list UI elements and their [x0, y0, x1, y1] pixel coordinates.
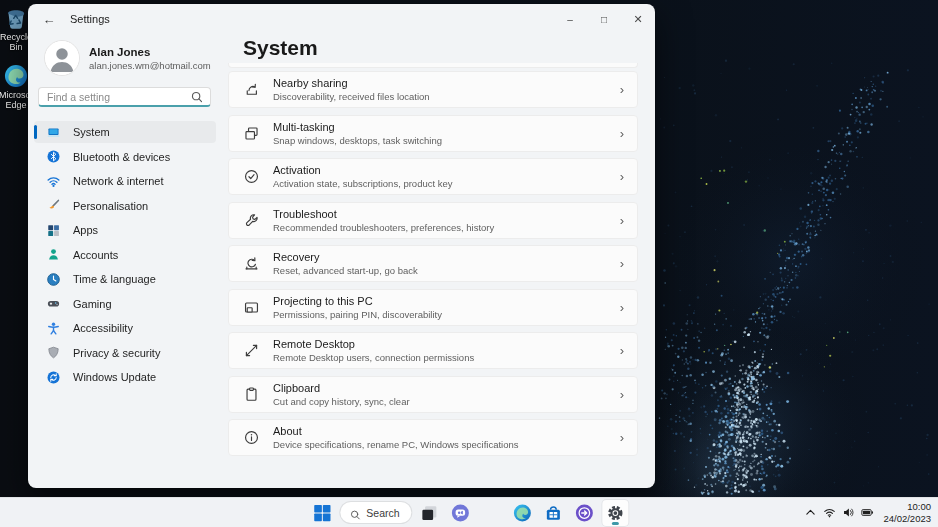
settings-card-remote-desktop[interactable]: Remote DesktopRemote Desktop users, conn… [228, 332, 638, 369]
card-description: Permissions, pairing PIN, discoverabilit… [273, 309, 442, 320]
arrow-circle-icon [575, 503, 595, 523]
back-button[interactable]: ← [34, 8, 64, 30]
taskbar-search-label: Search [366, 507, 399, 519]
open-app-indicator [612, 522, 619, 525]
card-description: Cut and copy history, sync, clear [273, 396, 410, 407]
settings-window: ← Settings – □ ✕ Alan Jones alan.jones.w… [28, 4, 655, 488]
titlebar: ← Settings – □ ✕ [28, 4, 655, 34]
nearby-sharing-icon [243, 81, 260, 98]
settings-card-list: Nearby sharingDiscoverability, received … [228, 71, 638, 456]
sidebar-item-personalisation[interactable]: Personalisation [34, 195, 216, 217]
volume-icon[interactable] [841, 505, 856, 520]
settings-card-clipboard[interactable]: ClipboardCut and copy history, sync, cle… [228, 376, 638, 413]
sidebar-item-accessibility[interactable]: Accessibility [34, 317, 216, 339]
settings-card-multi-tasking[interactable]: Multi-taskingSnap windows, desktops, tas… [228, 115, 638, 152]
store-icon [544, 503, 564, 523]
sidebar-item-label: Network & internet [73, 175, 163, 187]
apps-icon [46, 223, 61, 238]
sidebar-item-label: Accounts [73, 249, 118, 261]
taskbar: Search 10:00 24/02/2023 [0, 497, 938, 527]
profile[interactable]: Alan Jones alan.jones.wm@hotmail.com [44, 40, 211, 76]
sidebar: Alan Jones alan.jones.wm@hotmail.com Sys… [28, 34, 228, 488]
sidebar-item-label: System [73, 126, 110, 138]
search-input[interactable] [39, 91, 190, 103]
chevron-right-icon: › [620, 83, 624, 96]
sidebar-item-apps[interactable]: Apps [34, 219, 216, 241]
network-icon [46, 174, 61, 189]
sidebar-item-label: Privacy & security [73, 347, 160, 359]
chevron-right-icon: › [620, 170, 624, 183]
profile-name: Alan Jones [89, 46, 211, 58]
taskbar-edge-button[interactable] [510, 500, 536, 526]
page-title: System [243, 36, 318, 60]
taskbar-store-button[interactable] [541, 500, 567, 526]
sidebar-item-network-internet[interactable]: Network & internet [34, 170, 216, 192]
settings-card-projecting-to-this-pc[interactable]: Projecting to this PCPermissions, pairin… [228, 289, 638, 326]
search-box [38, 87, 211, 107]
settings-card-recovery[interactable]: RecoveryReset, advanced start-up, go bac… [228, 245, 638, 282]
file-explorer-icon [482, 503, 502, 523]
card-title: Troubleshoot [273, 208, 494, 220]
activation-icon [243, 168, 260, 185]
taskbar-settings-gear-button[interactable] [603, 500, 629, 526]
task-view-icon [420, 503, 440, 523]
sidebar-item-bluetooth-devices[interactable]: Bluetooth & devices [34, 146, 216, 168]
sidebar-item-gaming[interactable]: Gaming [34, 293, 216, 315]
start-button[interactable] [309, 500, 335, 526]
taskbar-file-explorer-button[interactable] [479, 500, 505, 526]
chevron-right-icon: › [620, 431, 624, 444]
multi-tasking-icon [243, 125, 260, 142]
sidebar-item-label: Gaming [73, 298, 112, 310]
sidebar-item-privacy-security[interactable]: Privacy & security [34, 342, 216, 364]
sidebar-item-label: Time & language [73, 273, 156, 285]
taskbar-chat-button[interactable] [448, 500, 474, 526]
scrolled-card-partial [228, 63, 638, 68]
sidebar-item-time-language[interactable]: Time & language [34, 268, 216, 290]
chevron-up-icon[interactable] [803, 505, 818, 520]
minimize-button[interactable]: – [553, 4, 587, 34]
sidebar-item-system[interactable]: System [34, 121, 216, 143]
card-description: Remote Desktop users, connection permiss… [273, 352, 474, 363]
settings-card-troubleshoot[interactable]: TroubleshootRecommended troubleshooters,… [228, 202, 638, 239]
bluetooth-icon [46, 149, 61, 164]
chevron-right-icon: › [620, 301, 624, 314]
search-icon [190, 90, 204, 104]
chat-icon [451, 503, 471, 523]
settings-card-nearby-sharing[interactable]: Nearby sharingDiscoverability, received … [228, 71, 638, 108]
sidebar-item-label: Windows Update [73, 371, 156, 383]
card-title: Multi-tasking [273, 121, 442, 133]
sidebar-item-accounts[interactable]: Accounts [34, 244, 216, 266]
window-controls: – □ ✕ [553, 4, 655, 34]
card-description: Discoverability, received files location [273, 91, 430, 102]
settings-gear-icon [606, 503, 626, 523]
accounts-icon [46, 247, 61, 262]
sidebar-item-label: Accessibility [73, 322, 133, 334]
edge-icon [3, 63, 29, 89]
close-button[interactable]: ✕ [621, 4, 655, 34]
sidebar-item-windows-update[interactable]: Windows Update [34, 366, 216, 388]
time-language-icon [46, 272, 61, 287]
search-icon [349, 507, 361, 519]
card-description: Snap windows, desktops, task switching [273, 135, 442, 146]
chevron-right-icon: › [620, 344, 624, 357]
desktop: Recycle Bin Microsoft Edge ← Settings – … [0, 0, 938, 527]
taskbar-task-view-button[interactable] [417, 500, 443, 526]
sidebar-item-label: Bluetooth & devices [73, 151, 170, 163]
windows-update-icon [46, 370, 61, 385]
chevron-right-icon: › [620, 257, 624, 270]
battery-icon[interactable] [860, 505, 875, 520]
settings-card-about[interactable]: AboutDevice specifications, rename PC, W… [228, 419, 638, 456]
system-icon [46, 125, 61, 140]
taskbar-arrow-circle-button[interactable] [572, 500, 598, 526]
projecting-icon [243, 299, 260, 316]
accessibility-icon [46, 321, 61, 336]
wifi-icon[interactable] [822, 505, 837, 520]
edge-icon [513, 503, 533, 523]
clock[interactable]: 10:00 24/02/2023 [883, 501, 933, 524]
card-description: Recommended troubleshooters, preferences… [273, 222, 494, 233]
maximize-button[interactable]: □ [587, 4, 621, 34]
troubleshoot-icon [243, 212, 260, 229]
sidebar-item-label: Apps [73, 224, 98, 236]
settings-card-activation[interactable]: ActivationActivation state, subscription… [228, 158, 638, 195]
taskbar-search[interactable]: Search [340, 502, 411, 523]
